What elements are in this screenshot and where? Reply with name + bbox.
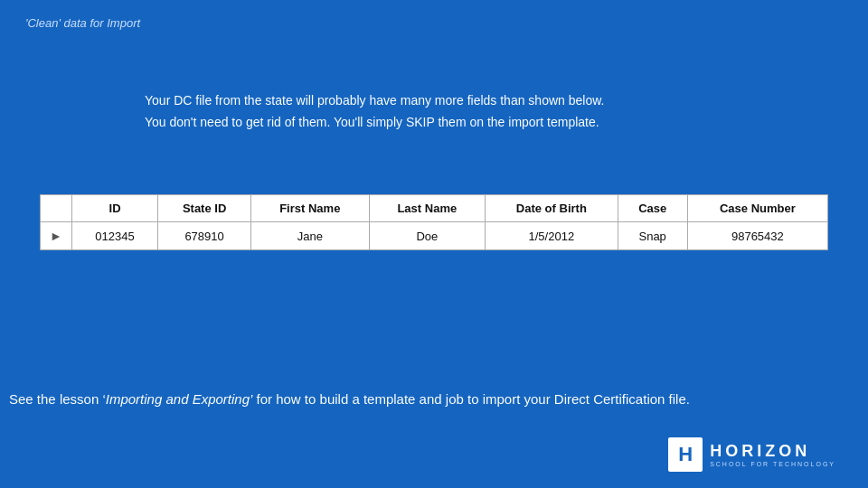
col-header-date-of-birth: Date of Birth [486, 195, 618, 222]
footer-before: See the lesson ‘ [9, 391, 106, 407]
table-cell: 98765432 [687, 222, 827, 250]
logo-container: H HORIZON SCHOOL FOR TECHNOLOGY [668, 437, 835, 472]
logo-text-block: HORIZON SCHOOL FOR TECHNOLOGY [710, 442, 835, 467]
table-cell: 678910 [158, 222, 251, 250]
table-cell: Jane [250, 222, 369, 250]
intro-block: Your DC file from the state will probabl… [145, 90, 604, 134]
intro-line-1: Your DC file from the state will probabl… [145, 90, 604, 112]
row-arrow-icon: ► [41, 222, 72, 250]
col-header-state-id: State ID [158, 195, 251, 222]
logo-letter: H [668, 437, 703, 472]
page-subtitle: 'Clean' data for Import [25, 16, 140, 30]
footer-italic: Importing and Exporting’ [106, 391, 253, 407]
footer-text: See the lesson ‘Importing and Exporting’… [9, 391, 859, 407]
logo-tagline: SCHOOL FOR TECHNOLOGY [710, 461, 835, 467]
col-header-last-name: Last Name [369, 195, 485, 222]
table-cell: 012345 [71, 222, 157, 250]
table-cell: Doe [369, 222, 485, 250]
col-header-case: Case [618, 195, 687, 222]
data-table-container: IDState IDFirst NameLast NameDate of Bir… [40, 194, 828, 250]
logo-name: HORIZON [710, 442, 835, 461]
table-cell: 1/5/2012 [486, 222, 618, 250]
footer-after: for how to build a template and job to i… [252, 391, 690, 407]
data-table: IDState IDFirst NameLast NameDate of Bir… [40, 194, 828, 250]
col-header-case-number: Case Number [687, 195, 827, 222]
table-row: ►012345678910JaneDoe1/5/2012Snap98765432 [41, 222, 828, 250]
table-cell: Snap [618, 222, 687, 250]
col-header-first-name: First Name [250, 195, 369, 222]
intro-line-2: You don't need to get rid of them. You'l… [145, 112, 604, 134]
col-header-id: ID [71, 195, 157, 222]
